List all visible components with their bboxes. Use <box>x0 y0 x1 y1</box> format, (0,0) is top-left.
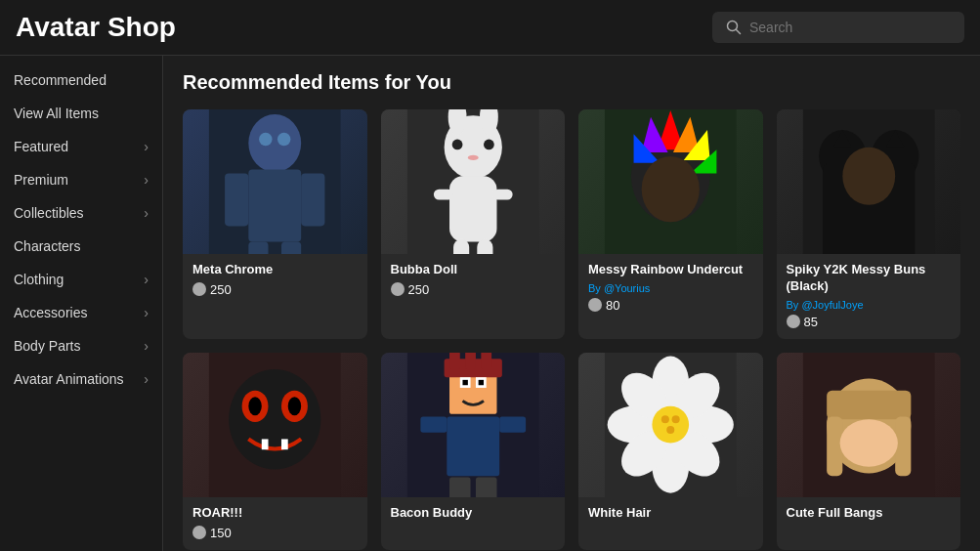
item-price: 250 <box>192 282 358 297</box>
item-creator: By @JoyfulJoye <box>787 299 952 311</box>
svg-point-74 <box>672 415 680 423</box>
svg-line-1 <box>737 30 741 34</box>
chevron-down-icon: › <box>144 272 149 287</box>
item-image-meta-chrome <box>183 109 367 254</box>
item-name: White Hair <box>588 505 753 522</box>
sidebar-item-avatar-animations[interactable]: Avatar Animations› <box>0 362 162 396</box>
item-image-bubba-doll <box>381 109 566 254</box>
chevron-down-icon: › <box>144 305 149 320</box>
svg-rect-52 <box>481 353 491 369</box>
chevron-down-icon: › <box>144 338 149 354</box>
chevron-down-icon: › <box>144 371 149 387</box>
svg-rect-6 <box>301 174 324 227</box>
svg-rect-60 <box>449 478 471 497</box>
item-info-bubba-doll: Bubba Doll250 <box>381 254 566 307</box>
sidebar-item-recommended[interactable]: Recommended <box>0 64 162 97</box>
price-value: 250 <box>408 282 430 297</box>
svg-rect-61 <box>475 478 496 497</box>
item-image-spiky-y2k <box>777 109 961 254</box>
price-value: 85 <box>804 315 818 329</box>
search-bar[interactable] <box>712 12 964 43</box>
svg-point-75 <box>666 426 674 434</box>
search-input[interactable] <box>749 20 951 35</box>
svg-rect-46 <box>281 440 288 450</box>
item-name: Spiky Y2K Messy Buns (Black) <box>787 262 952 295</box>
robux-icon <box>192 282 206 296</box>
price-value: 250 <box>210 282 232 297</box>
svg-rect-56 <box>478 380 483 385</box>
item-name: Bubba Doll <box>391 262 556 278</box>
svg-rect-57 <box>447 417 499 477</box>
svg-rect-45 <box>262 440 269 450</box>
sidebar-item-clothing[interactable]: Clothing› <box>0 263 162 296</box>
item-info-spiky-y2k: Spiky Y2K Messy Buns (Black)By @JoyfulJo… <box>777 254 961 339</box>
sidebar-item-label: Body Parts <box>14 338 80 354</box>
search-icon <box>726 20 742 35</box>
item-card-white-hair[interactable]: White Hair <box>578 353 763 550</box>
item-price: 80 <box>588 298 753 313</box>
svg-rect-55 <box>462 380 467 385</box>
main-content: RecommendedView All ItemsFeatured›Premiu… <box>0 56 980 551</box>
svg-rect-58 <box>420 417 447 433</box>
item-card-bacon-buddy[interactable]: Bacon Buddy <box>381 353 566 550</box>
svg-point-10 <box>277 133 290 146</box>
sidebar-item-view-all-items[interactable]: View All Items <box>0 97 162 130</box>
item-info-bacon-buddy: Bacon Buddy <box>381 497 566 535</box>
item-name: ROAR!!! <box>192 505 358 522</box>
item-name: Meta Chrome <box>192 262 358 278</box>
item-card-bubba-doll[interactable]: Bubba Doll250 <box>381 109 566 339</box>
sidebar-item-label: Recommended <box>14 72 107 88</box>
sidebar-item-characters[interactable]: Characters <box>0 230 162 263</box>
header: Avatar Shop <box>0 0 980 56</box>
svg-point-72 <box>652 406 689 444</box>
svg-point-73 <box>661 415 669 423</box>
sidebar-item-collectibles[interactable]: Collectibles› <box>0 196 162 230</box>
item-card-messy-rainbow[interactable]: Messy Rainbow UndercutBy @Yourius80 <box>578 109 763 339</box>
svg-rect-80 <box>895 417 911 477</box>
svg-point-18 <box>467 155 478 160</box>
svg-rect-4 <box>248 170 301 242</box>
item-name: Bacon Buddy <box>391 505 556 522</box>
sidebar-item-label: Premium <box>14 172 68 188</box>
robux-icon <box>588 298 602 312</box>
chevron-down-icon: › <box>144 139 149 154</box>
svg-rect-51 <box>465 353 476 369</box>
sidebar-item-featured[interactable]: Featured› <box>0 130 162 163</box>
svg-rect-20 <box>492 190 512 200</box>
item-card-roar[interactable]: ROAR!!!150 <box>183 353 367 550</box>
item-info-messy-rainbow: Messy Rainbow UndercutBy @Yourius80 <box>578 254 763 322</box>
chevron-down-icon: › <box>144 172 149 188</box>
page-title: Avatar Shop <box>16 12 176 43</box>
sidebar-item-premium[interactable]: Premium› <box>0 163 162 196</box>
svg-rect-50 <box>449 353 460 369</box>
item-info-roar: ROAR!!!150 <box>183 497 367 550</box>
svg-point-43 <box>248 398 261 416</box>
robux-icon <box>787 315 800 328</box>
svg-rect-78 <box>827 391 911 420</box>
chevron-down-icon: › <box>144 205 149 221</box>
item-image-messy-rainbow <box>578 109 763 254</box>
item-name: Messy Rainbow Undercut <box>588 262 753 278</box>
item-card-cute-full-bangs[interactable]: Cute Full Bangs <box>777 353 961 550</box>
item-price: 250 <box>391 282 556 297</box>
sidebar-item-label: Avatar Animations <box>14 371 124 387</box>
sidebar-item-label: Collectibles <box>14 205 84 221</box>
price-value: 150 <box>210 526 232 540</box>
item-image-roar <box>183 353 367 497</box>
item-image-bacon-buddy <box>381 353 566 497</box>
item-info-white-hair: White Hair <box>578 497 763 535</box>
svg-point-3 <box>248 114 301 172</box>
item-card-meta-chrome[interactable]: Meta Chrome250 <box>183 109 367 339</box>
svg-rect-7 <box>248 242 268 254</box>
sidebar-item-accessories[interactable]: Accessories› <box>0 296 162 329</box>
svg-point-16 <box>451 140 462 150</box>
robux-icon <box>391 282 405 296</box>
sidebar-item-body-parts[interactable]: Body Parts› <box>0 329 162 362</box>
svg-point-17 <box>484 140 494 150</box>
svg-rect-59 <box>499 417 526 433</box>
item-name: Cute Full Bangs <box>787 505 952 522</box>
svg-rect-8 <box>281 242 301 254</box>
svg-point-44 <box>288 398 301 416</box>
content-area: Recommended Items for You Meta Chrome250 <box>163 56 980 551</box>
item-card-spiky-y2k[interactable]: Spiky Y2K Messy Buns (Black)By @JoyfulJo… <box>777 109 961 339</box>
